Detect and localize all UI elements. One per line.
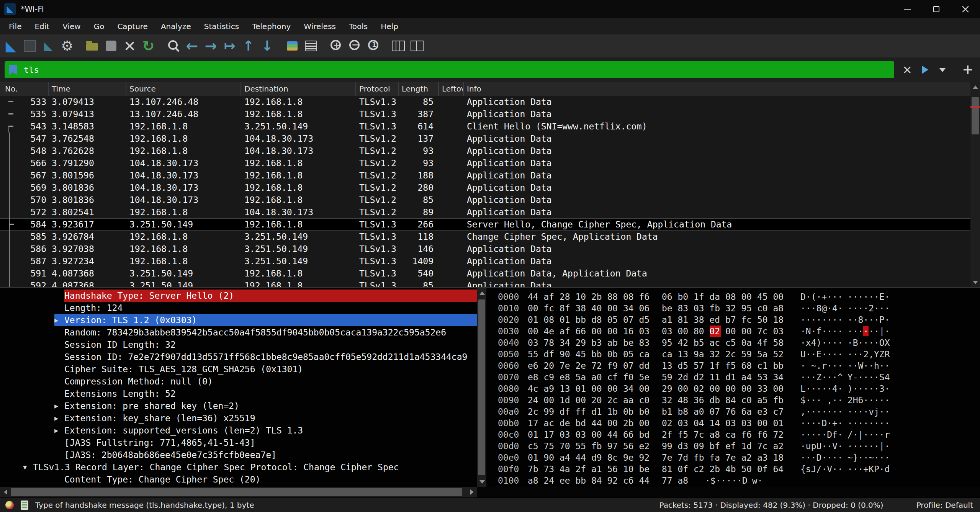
clear-filter-button[interactable] — [900, 62, 915, 77]
hex-row[interactable]: 0070e8c9e85aa0cff05e592dd211d1a45334···Z… — [498, 371, 980, 383]
go-forward-icon[interactable] — [201, 37, 220, 55]
zoom-normal-icon[interactable] — [364, 37, 383, 55]
display-filter-input[interactable]: tls — [5, 61, 894, 78]
filter-dropdown-button[interactable] — [935, 62, 950, 77]
packet-row[interactable]: 5924.0873683.251.50.149192.168.1.8TLSv1.… — [0, 280, 980, 287]
scroll-right-arrow[interactable] — [466, 487, 477, 497]
packet-row[interactable]: 5863.927038192.168.1.83.251.50.149TLSv1.… — [0, 243, 980, 255]
detail-row[interactable]: [JA3S: 2b0648ab686ee45e0e7c35fcfb0eea7e] — [0, 449, 477, 461]
menu-item-edit[interactable]: Edit — [28, 18, 56, 34]
hex-row[interactable]: 00e00190a444d98c9e927e7dfbfa7ea2a318···D… — [498, 452, 980, 463]
add-filter-button-button[interactable] — [960, 62, 975, 77]
minimize-button[interactable] — [893, 0, 922, 18]
reload-file-icon[interactable] — [139, 37, 158, 55]
go-back-icon[interactable] — [183, 37, 201, 55]
go-to-packet-icon[interactable] — [220, 37, 239, 55]
column-header-protocol[interactable]: Protocol — [356, 82, 399, 96]
detail-row[interactable]: Session ID Length: 32 — [0, 339, 477, 351]
column-header-info[interactable]: Info — [464, 82, 980, 96]
hex-row[interactable]: 005055df9045bb0b05caca139a322c595a52U··E… — [498, 348, 980, 360]
restart-capture-icon[interactable] — [39, 37, 58, 55]
hex-row[interactable]: 00d0c5757055fb9756e299d309bfef1d7ca2·upU… — [498, 440, 980, 452]
detail-row[interactable]: Random: 783429b3abbe839542b5acc50a4f5855… — [0, 326, 477, 339]
column-header-length[interactable]: Length — [399, 82, 439, 96]
column-header-leftov[interactable]: Leftov — [439, 82, 464, 96]
scroll-down-arrow[interactable] — [970, 277, 980, 287]
menu-item-help[interactable]: Help — [374, 18, 405, 34]
detail-row[interactable]: Extensions Length: 52 — [0, 388, 477, 400]
detail-row[interactable]: Handshake Type: Server Hello (2) — [0, 290, 477, 302]
zoom-in-icon[interactable] — [326, 37, 345, 55]
detail-row[interactable]: Session ID: 7e2e72f907dd13d5571ff568c1bb… — [0, 351, 477, 363]
column-header-source[interactable]: Source — [126, 82, 241, 96]
detail-row[interactable]: Cipher Suite: TLS_AES_128_GCM_SHA256 (0x… — [0, 363, 477, 375]
hex-row[interactable]: 00f07b734a2fa15610be810fc22b4b500f64{sJ/… — [498, 463, 980, 475]
menu-item-go[interactable]: Go — [87, 18, 111, 34]
menu-item-statistics[interactable]: Statistics — [198, 18, 245, 34]
packet-list-scrollbar[interactable] — [970, 82, 980, 287]
detail-row[interactable]: Compression Method: null (0) — [0, 375, 477, 388]
detail-row[interactable]: [JA3S Fullstring: 771,4865,41-51-43] — [0, 437, 477, 449]
column-header-destination[interactable]: Destination — [241, 82, 356, 96]
hex-row[interactable]: 0100a824eebb8492c64477a8·$·····Dw· — [498, 475, 980, 486]
detail-row[interactable]: Length: 124 — [0, 302, 477, 314]
status-profile[interactable]: Profile: Default — [916, 501, 973, 510]
scrollbar-thumb[interactable] — [11, 488, 462, 496]
column-header-no[interactable]: No. — [0, 82, 49, 96]
capture-options-icon[interactable] — [58, 37, 77, 55]
detail-row[interactable]: Version: TLS 1.2 (0x0303) — [0, 314, 477, 326]
detail-row[interactable]: Extension: supported_versions (len=2) TL… — [0, 424, 477, 437]
hex-row[interactable]: 009024001d00202caac0324836db84c0a5fb$···… — [498, 394, 980, 406]
packet-row[interactable]: 5473.762548192.168.1.8104.18.30.173TLSv1… — [0, 132, 980, 145]
hex-row[interactable]: 00c001170303004466bd2ff57ca8caf6f672····… — [498, 429, 980, 440]
detail-row[interactable]: Extension: key_share (len=36) x25519 — [0, 412, 477, 424]
packet-row[interactable]: 5853.926784192.168.1.83.251.50.149TLSv1.… — [0, 231, 980, 243]
find-packet-icon[interactable] — [164, 37, 183, 55]
packet-row[interactable]: 5843.9236173.251.50.149192.168.1.8TLSv1.… — [0, 218, 980, 231]
expand-arrow-icon[interactable] — [54, 314, 64, 326]
hex-row[interactable]: 00b017acdebd44002b000203041403030001····… — [498, 417, 980, 429]
scrollbar-thumb[interactable] — [478, 299, 485, 475]
close-button[interactable] — [951, 0, 980, 18]
scrollbar-thumb[interactable] — [972, 97, 979, 134]
scroll-down-arrow[interactable] — [477, 477, 487, 487]
colorize-icon[interactable] — [283, 37, 301, 55]
packet-row[interactable]: 5333.07941313.107.246.48192.168.1.8TLSv1… — [0, 96, 980, 108]
scroll-up-arrow[interactable] — [970, 82, 980, 92]
packet-row[interactable]: 5873.927234192.168.1.83.251.50.149TLSv1.… — [0, 255, 980, 267]
details-scrollbar[interactable] — [477, 288, 486, 487]
menu-item-telephony[interactable]: Telephony — [245, 18, 297, 34]
collapse-arrow-icon[interactable] — [23, 461, 33, 473]
start-capture-icon[interactable] — [2, 37, 20, 55]
scroll-up-arrow[interactable] — [477, 288, 487, 298]
capture-comments-icon[interactable] — [21, 501, 28, 510]
stop-capture-icon[interactable] — [20, 37, 39, 55]
reset-layout-icon[interactable] — [407, 37, 426, 55]
column-header-time[interactable]: Time — [49, 82, 126, 96]
apply-filter-button[interactable] — [917, 62, 933, 77]
packet-row[interactable]: 5673.801596104.18.30.173192.168.1.8TLSv1… — [0, 169, 980, 182]
filter-bookmark-icon[interactable] — [9, 65, 17, 75]
packet-row[interactable]: 5433.148583192.168.1.83.251.50.149TLSv1.… — [0, 120, 980, 132]
hex-row[interactable]: 0020010801bbd80507d5a18138edb7fc5018····… — [498, 314, 980, 326]
open-file-icon[interactable] — [83, 37, 101, 55]
hex-row[interactable]: 0030004eaf66000016030300800200007c03·N·f… — [498, 326, 980, 337]
hex-row[interactable]: 0060e6207e2e72f907dd13d5571ff568c1bb· ~.… — [498, 360, 980, 371]
packet-row[interactable]: 5483.762628192.168.1.8104.18.30.173TLSv1… — [0, 145, 980, 157]
details-h-scrollbar[interactable] — [0, 487, 477, 497]
hex-row[interactable]: 000044af28102b8808f606b01fda08004500D·(·… — [498, 291, 980, 303]
expand-arrow-icon[interactable] — [54, 412, 64, 424]
menu-item-file[interactable]: File — [2, 18, 28, 34]
packet-row[interactable]: 5723.802541192.168.1.8104.18.30.173TLSv1… — [0, 206, 980, 218]
expand-arrow-icon[interactable] — [54, 400, 64, 412]
expand-arrow-icon[interactable] — [54, 424, 64, 437]
go-last-icon[interactable] — [258, 37, 276, 55]
auto-scroll-icon[interactable] — [301, 37, 320, 55]
expert-info-icon[interactable] — [5, 501, 14, 509]
detail-row[interactable]: TLSv1.3 Record Layer: Change Cipher Spec… — [0, 461, 477, 473]
menu-item-analyze[interactable]: Analyze — [154, 18, 198, 34]
detail-row[interactable]: Extension: pre_shared_key (len=2) — [0, 400, 477, 412]
resize-columns-icon[interactable] — [389, 37, 407, 55]
packet-row[interactable]: 5703.801836104.18.30.173192.168.1.8TLSv1… — [0, 194, 980, 206]
menu-item-tools[interactable]: Tools — [342, 18, 374, 34]
